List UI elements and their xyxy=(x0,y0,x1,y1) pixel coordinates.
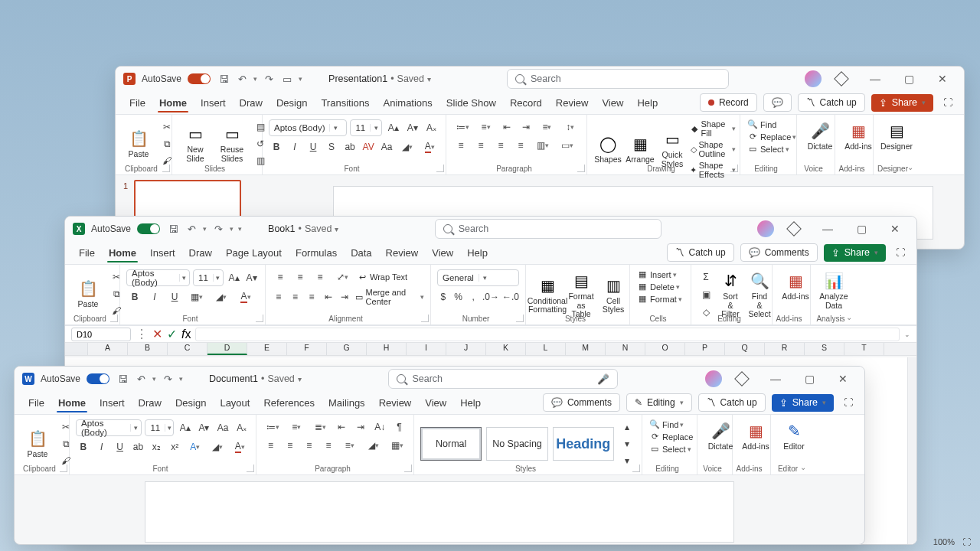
fill-icon[interactable]: ▣ xyxy=(697,287,714,302)
collapse-ribbon-icon[interactable]: ⌄ xyxy=(907,163,913,171)
share-button[interactable]: ⇪ Share ▾ xyxy=(824,244,886,262)
align-left-icon[interactable]: ≡ xyxy=(452,138,469,153)
tab-view[interactable]: View xyxy=(596,94,629,112)
qat-more-icon[interactable]: ▾ xyxy=(238,225,242,233)
tab-design[interactable]: Design xyxy=(270,94,313,112)
col-D[interactable]: D xyxy=(207,343,247,355)
tab-help[interactable]: Help xyxy=(454,394,487,412)
qat-more-icon[interactable]: ▾ xyxy=(179,375,183,383)
catch-up-button[interactable]: 〽 Catch up xyxy=(667,243,734,262)
underline-icon[interactable]: U xyxy=(166,289,183,305)
close-button[interactable]: ✕ xyxy=(829,368,857,390)
tab-file[interactable]: File xyxy=(73,244,101,262)
wrap-text-button[interactable]: ↩Wrap Text xyxy=(356,272,407,282)
indent-inc-icon[interactable]: ⇥ xyxy=(353,419,369,435)
style-nospacing[interactable]: No Spacing xyxy=(486,427,547,461)
multilevel-icon[interactable]: ≣▾ xyxy=(310,419,331,435)
autosave-toggle[interactable] xyxy=(137,223,160,234)
font-name-combo[interactable]: Aptos (Body)▾ xyxy=(126,269,190,286)
tab-layout[interactable]: Layout xyxy=(214,394,256,412)
tab-transitions[interactable]: Transitions xyxy=(315,94,375,112)
qat-more-icon[interactable]: ▾ xyxy=(299,75,302,83)
col-J[interactable]: J xyxy=(446,343,486,355)
redo-icon[interactable]: ↷ xyxy=(161,373,175,385)
select-button[interactable]: ▭Select▾ xyxy=(648,444,691,454)
cell-styles-button[interactable]: ▥Cell Styles xyxy=(599,274,627,316)
cancel-icon[interactable]: ✕ xyxy=(152,327,162,341)
pilcrow-icon[interactable]: ¶ xyxy=(391,419,407,435)
undo-icon[interactable]: ↶ xyxy=(235,73,249,85)
italic-icon[interactable]: I xyxy=(287,139,302,155)
new-slide-button[interactable]: ▭New Slide xyxy=(178,122,212,165)
shape-outline-button[interactable]: ◇Shape Outline▾ xyxy=(690,140,736,158)
col-C[interactable]: C xyxy=(168,343,207,355)
col-P[interactable]: P xyxy=(685,343,725,355)
smartart-icon[interactable]: ▭▾ xyxy=(557,138,578,153)
font-size-combo[interactable]: 11▾ xyxy=(193,269,224,286)
addins-button[interactable]: ▦Add-ins xyxy=(739,419,773,453)
vertical-scrollbar[interactable] xyxy=(907,357,916,544)
col-R[interactable]: R xyxy=(765,343,805,355)
name-box[interactable]: D10 xyxy=(71,328,131,341)
italic-icon[interactable]: I xyxy=(146,289,163,305)
maximize-button[interactable]: ▢ xyxy=(895,68,923,90)
bullets-icon[interactable]: ≔▾ xyxy=(263,419,283,435)
col-N[interactable]: N xyxy=(606,343,645,355)
document-title[interactable]: Document1•Saved▾ xyxy=(209,373,302,384)
shrink-font-icon[interactable]: A▾ xyxy=(244,270,259,285)
indent-dec-icon[interactable]: ⇤ xyxy=(322,289,335,305)
tab-slideshow[interactable]: Slide Show xyxy=(440,94,502,112)
tab-record[interactable]: Record xyxy=(504,94,548,112)
number-format-combo[interactable]: General▾ xyxy=(437,269,519,286)
styles-down-icon[interactable]: ▾ xyxy=(619,436,635,452)
format-cells-button[interactable]: ▦Format▾ xyxy=(636,294,682,304)
user-avatar[interactable] xyxy=(705,370,722,387)
save-icon[interactable]: 🖫 xyxy=(116,373,129,385)
clear-format-icon[interactable]: Aₓ xyxy=(234,420,250,435)
select-all-corner[interactable] xyxy=(65,343,88,355)
tab-file[interactable]: File xyxy=(22,394,51,412)
dictate-button[interactable]: 🎤Dictate xyxy=(803,119,837,153)
strike-icon[interactable]: ab xyxy=(131,439,146,455)
find-button[interactable]: 🔍Find xyxy=(746,119,776,129)
col-E[interactable]: E xyxy=(247,343,287,355)
align-right-icon[interactable]: ≡ xyxy=(492,138,509,153)
col-A[interactable]: A xyxy=(88,343,128,355)
premium-diamond-icon[interactable] xyxy=(728,368,756,390)
document-title[interactable]: Presentation1 • Saved ▾ xyxy=(328,73,431,84)
tab-insert[interactable]: Insert xyxy=(144,244,181,262)
col-H[interactable]: H xyxy=(367,343,407,355)
tab-animations[interactable]: Animations xyxy=(377,94,439,112)
style-normal[interactable]: Normal xyxy=(420,427,482,461)
premium-diamond-icon[interactable] xyxy=(828,68,855,90)
col-O[interactable]: O xyxy=(645,343,685,355)
comments-button[interactable]: 💬 Comments xyxy=(543,393,620,412)
top-align-icon[interactable]: ≡ xyxy=(272,269,289,285)
orientation-icon[interactable]: ⤢▾ xyxy=(332,269,353,285)
subscript-icon[interactable]: x₂ xyxy=(149,439,164,455)
tab-help[interactable]: Help xyxy=(461,244,494,262)
find-select-button[interactable]: 🔍Find & Select xyxy=(746,269,773,321)
catch-up-button[interactable]: 〽 Catch up xyxy=(798,93,865,112)
numbering-icon[interactable]: ≡▾ xyxy=(475,119,495,135)
align-center-icon[interactable]: ≡ xyxy=(472,138,489,153)
mic-icon[interactable]: 🎤 xyxy=(597,373,609,385)
merge-center-button[interactable]: ▭Merge and Center▾ xyxy=(354,288,424,306)
tab-references[interactable]: References xyxy=(257,394,320,412)
align-left-icon[interactable]: ≡ xyxy=(263,438,279,453)
redo-icon[interactable]: ↷ xyxy=(262,73,276,85)
select-button[interactable]: ▭Select▾ xyxy=(746,144,789,154)
formula-input[interactable] xyxy=(195,328,900,341)
search-input[interactable]: Search 🎤 xyxy=(388,369,618,389)
tab-data[interactable]: Data xyxy=(345,244,377,262)
analyze-data-button[interactable]: 📊Analyze Data xyxy=(817,269,851,311)
underline-icon[interactable]: U xyxy=(113,439,128,455)
premium-diamond-icon[interactable] xyxy=(780,218,808,240)
delete-cells-button[interactable]: ▦Delete▾ xyxy=(636,282,680,292)
font-size-combo[interactable]: 11▾ xyxy=(145,419,174,436)
col-F[interactable]: F xyxy=(287,343,327,355)
grow-font-icon[interactable]: A▴ xyxy=(227,270,241,285)
autosave-toggle[interactable] xyxy=(188,73,211,84)
paste-button[interactable]: 📋Paste xyxy=(122,127,155,161)
close-button[interactable]: ✕ xyxy=(929,68,956,90)
